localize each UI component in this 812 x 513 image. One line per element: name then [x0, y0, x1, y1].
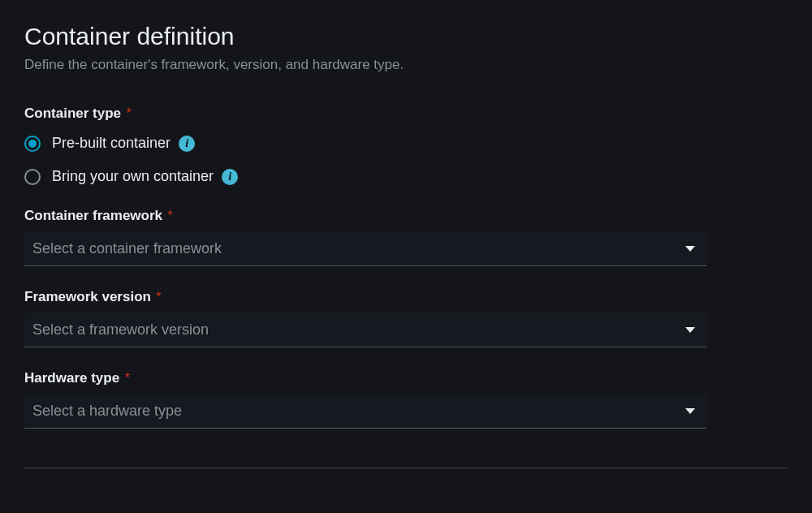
select-placeholder: Select a framework version — [32, 321, 209, 338]
radio-label: Bring your own container — [52, 168, 214, 185]
hardware-type-select[interactable]: Select a hardware type — [24, 394, 706, 429]
framework-version-label: Framework version — [24, 289, 151, 305]
required-mark: * — [156, 290, 161, 304]
radio-circle-icon — [24, 169, 41, 185]
chevron-down-icon — [685, 327, 695, 333]
framework-version-group: Framework version * Select a framework v… — [24, 289, 788, 347]
radio-byo-container[interactable]: Bring your own container i — [24, 168, 788, 185]
framework-version-select[interactable]: Select a framework version — [24, 313, 706, 347]
container-framework-select[interactable]: Select a container framework — [24, 232, 706, 266]
radio-circle-icon — [24, 136, 41, 152]
hardware-type-group: Hardware type * Select a hardware type — [24, 370, 788, 429]
radio-prebuilt-container[interactable]: Pre-built container i — [24, 135, 788, 152]
section-divider — [24, 468, 788, 468]
radio-label: Pre-built container — [52, 135, 171, 152]
container-type-group: Container type * Pre-built container i B… — [24, 106, 788, 185]
required-mark: * — [125, 371, 130, 385]
chevron-down-icon — [685, 408, 695, 414]
info-icon[interactable]: i — [222, 169, 238, 185]
required-mark: * — [168, 209, 173, 222]
section-description: Define the container's framework, versio… — [24, 57, 788, 73]
select-placeholder: Select a container framework — [32, 240, 222, 257]
select-placeholder: Select a hardware type — [32, 403, 182, 420]
hardware-type-label: Hardware type — [24, 370, 119, 386]
container-framework-label: Container framework — [24, 208, 162, 224]
container-framework-group: Container framework * Select a container… — [24, 208, 788, 266]
container-type-radio-group: Pre-built container i Bring your own con… — [24, 135, 788, 185]
container-type-label: Container type — [24, 106, 121, 122]
section-title: Container definition — [24, 23, 788, 50]
info-icon[interactable]: i — [179, 136, 195, 152]
required-mark: * — [126, 106, 131, 120]
chevron-down-icon — [685, 246, 695, 252]
